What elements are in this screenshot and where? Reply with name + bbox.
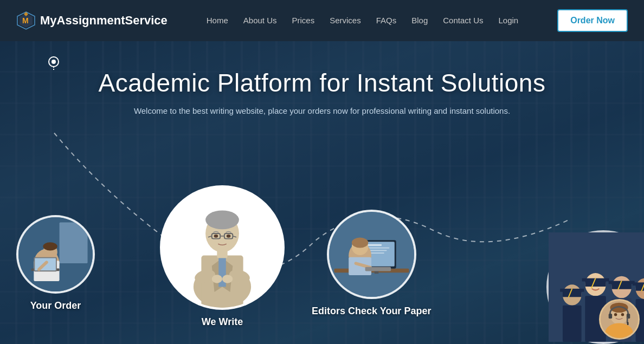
editors-label: Editors Check Your Paper: [312, 306, 431, 317]
svg-point-5: [51, 60, 56, 64]
pin-icon: [48, 56, 60, 75]
editors-circle: [327, 210, 416, 299]
chat-widget[interactable]: [595, 295, 644, 344]
write-label: We Write: [202, 316, 243, 328]
svg-rect-8: [60, 222, 88, 263]
logo[interactable]: M MyAssignmentService: [16, 11, 168, 30]
order-label: Your Order: [30, 300, 81, 311]
nav-about[interactable]: About Us: [243, 16, 277, 25]
nav-services[interactable]: Services: [330, 16, 361, 25]
nav-prices[interactable]: Prices: [292, 16, 315, 25]
order-circle: [16, 215, 95, 294]
workflow: Your Order: [0, 138, 644, 344]
svg-rect-51: [365, 267, 391, 271]
logo-text: MyAssignmentService: [40, 14, 168, 28]
write-person-illustration: [162, 187, 282, 308]
order-now-button[interactable]: Order Now: [557, 9, 628, 32]
svg-text:M: M: [22, 16, 29, 25]
hero-section: Academic Platform for Instant Solutions …: [0, 41, 644, 344]
svg-point-75: [610, 303, 628, 313]
svg-rect-79: [627, 322, 629, 326]
nav-contact[interactable]: Contact Us: [443, 16, 483, 25]
nav-login[interactable]: Login: [498, 16, 518, 25]
hero-content: Academic Platform for Instant Solutions …: [0, 41, 644, 115]
svg-point-82: [621, 313, 624, 316]
svg-rect-54: [563, 306, 582, 342]
write-circle: [160, 185, 285, 310]
svg-point-29: [205, 210, 239, 229]
svg-rect-76: [609, 314, 612, 319]
hero-title: Academic Platform for Instant Solutions: [0, 68, 644, 98]
svg-point-12: [43, 242, 57, 250]
svg-point-48: [352, 238, 368, 248]
editors-person-illustration: [329, 212, 414, 297]
svg-point-26: [222, 275, 233, 283]
order-person-illustration: [18, 217, 93, 291]
circle-your-order: Your Order: [16, 215, 95, 311]
svg-point-36: [227, 235, 231, 238]
circle-we-write: We Write: [160, 185, 285, 328]
hero-subtitle: Welcome to the best writing website, pla…: [0, 106, 644, 115]
chat-support-avatar[interactable]: [599, 299, 640, 340]
svg-point-35: [214, 235, 218, 238]
logo-brand: AssignmentService: [57, 14, 168, 27]
support-person-icon: [601, 301, 638, 338]
nav-home[interactable]: Home: [207, 16, 228, 25]
nav-links: Home About Us Prices Services FAQs Blog …: [207, 16, 518, 25]
nav-faqs[interactable]: FAQs: [376, 16, 397, 25]
svg-rect-71: [633, 282, 644, 285]
circle-editors: Editors Check Your Paper: [312, 210, 431, 317]
svg-point-25: [212, 275, 222, 283]
navbar: M MyAssignmentService Home About Us Pric…: [0, 0, 644, 41]
svg-point-81: [614, 313, 617, 316]
logo-icon: M: [16, 11, 36, 30]
nav-blog[interactable]: Blog: [411, 16, 428, 25]
logo-my: My: [40, 14, 57, 27]
